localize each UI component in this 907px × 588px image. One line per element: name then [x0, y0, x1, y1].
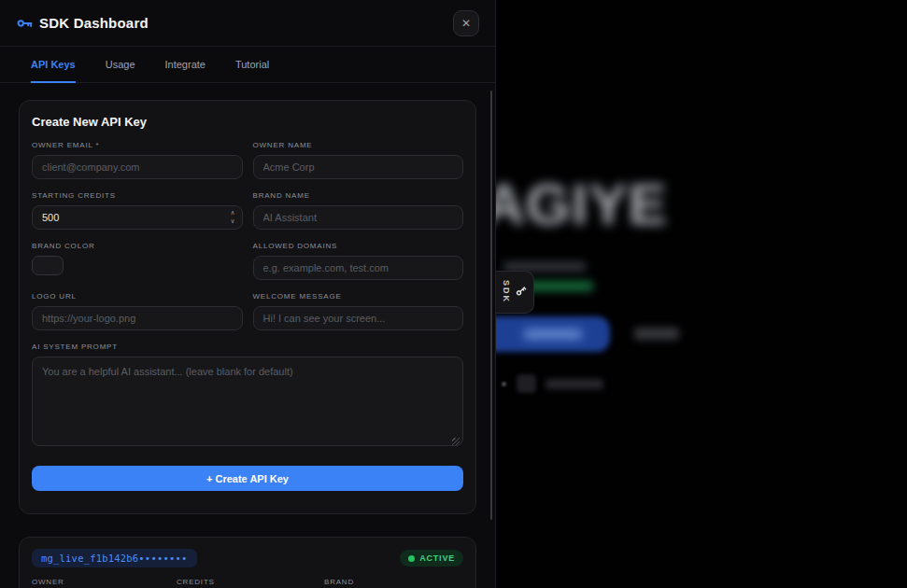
close-button[interactable]: ✕ — [453, 10, 479, 36]
welcome-message-label: WELCOME MESSAGE — [253, 292, 464, 301]
background-caption-blob — [546, 379, 603, 389]
background-primary-button — [496, 316, 610, 352]
brand-column-label: BRAND — [324, 578, 463, 586]
key-icon — [16, 15, 33, 32]
create-api-key-button[interactable]: + Create API Key — [32, 466, 463, 491]
brand-color-swatch[interactable] — [32, 256, 64, 275]
sdk-side-tab-label: SDK — [502, 280, 511, 303]
field-starting-credits: STARTING CREDITS ∧ ∨ — [32, 191, 243, 230]
background-small-icon-blob — [517, 374, 536, 393]
tab-usage[interactable]: Usage — [106, 47, 135, 83]
background-secondary-button-blob — [634, 328, 679, 340]
stepper-up-icon: ∧ — [230, 208, 234, 217]
credits-column-label: CREDITS — [177, 578, 324, 586]
status-badge: ACTIVE — [400, 550, 463, 567]
ai-system-prompt-textarea[interactable] — [32, 357, 463, 446]
allowed-domains-input[interactable] — [253, 256, 464, 280]
close-icon: ✕ — [461, 17, 471, 30]
tab-api-keys[interactable]: API Keys — [31, 47, 76, 83]
owner-column-label: OWNER — [32, 578, 177, 586]
field-owner-name: OWNER NAME — [253, 141, 464, 179]
screen: AGIYE SDK — [0, 0, 907, 588]
api-key-info-grid: OWNER dddjs CREDITS 498 / 500 BRAND dwd — [32, 578, 463, 588]
tab-bar: API Keys Usage Integrate Tutorial — [0, 47, 495, 83]
tab-tutorial[interactable]: Tutorial — [235, 47, 269, 83]
field-brand-color: BRAND COLOR — [32, 242, 243, 280]
resize-handle-icon[interactable] — [452, 438, 460, 445]
create-api-key-card: Create New API Key OWNER EMAIL * OWNER N… — [19, 100, 476, 514]
field-owner-email: OWNER EMAIL * — [32, 141, 243, 179]
owner-email-label: OWNER EMAIL * — [32, 141, 243, 149]
api-key-value[interactable]: mg_live_f1b142b6•••••••• — [32, 549, 197, 567]
modal-title: SDK Dashboard — [39, 15, 149, 31]
starting-credits-label: STARTING CREDITS — [32, 191, 243, 200]
api-key-card: mg_live_f1b142b6•••••••• ACTIVE OWNER dd… — [19, 537, 476, 588]
status-dot-icon — [408, 555, 415, 562]
welcome-message-input[interactable] — [253, 306, 464, 330]
owner-name-input[interactable] — [253, 155, 464, 179]
api-key-row: mg_live_f1b142b6•••••••• ACTIVE — [32, 549, 463, 567]
modal-header: SDK Dashboard ✕ — [0, 0, 495, 47]
sdk-dashboard-modal: SDK Dashboard ✕ API Keys Usage Integrate… — [0, 0, 496, 588]
field-logo-url: LOGO URL — [32, 292, 243, 330]
brand-name-label: BRAND NAME — [253, 191, 464, 200]
background-text-blob — [503, 262, 586, 271]
brand-color-label: BRAND COLOR — [32, 242, 243, 250]
key-icon — [512, 282, 532, 302]
background-heading: AGIYE — [496, 171, 668, 237]
credits-column: CREDITS 498 / 500 — [177, 578, 324, 588]
sdk-side-tab[interactable]: SDK — [496, 271, 534, 314]
field-welcome-message: WELCOME MESSAGE — [253, 292, 464, 330]
owner-email-input[interactable] — [32, 155, 243, 179]
background-button-label-blob — [524, 329, 582, 339]
starting-credits-input[interactable] — [32, 205, 243, 230]
tab-integrate[interactable]: Integrate — [165, 47, 205, 83]
allowed-domains-label: ALLOWED DOMAINS — [253, 242, 464, 250]
brand-column: BRAND dwd — [324, 578, 463, 588]
logo-url-input[interactable] — [32, 306, 243, 330]
modal-body: Create New API Key OWNER EMAIL * OWNER N… — [0, 83, 495, 588]
ai-system-prompt-label: AI SYSTEM PROMPT — [32, 343, 463, 351]
card-heading: Create New API Key — [32, 115, 463, 129]
form-grid: OWNER EMAIL * OWNER NAME STARTING CREDIT… — [32, 141, 463, 450]
background-page: AGIYE SDK — [496, 0, 907, 588]
field-brand-name: BRAND NAME — [253, 191, 464, 230]
brand-name-input[interactable] — [253, 205, 464, 230]
field-ai-system-prompt: AI SYSTEM PROMPT — [32, 343, 463, 450]
stepper-down-icon: ∨ — [230, 217, 234, 225]
owner-column: OWNER dddjs — [32, 578, 177, 588]
status-label: ACTIVE — [419, 553, 455, 563]
logo-url-label: LOGO URL — [32, 292, 243, 301]
number-stepper[interactable]: ∧ ∨ — [230, 208, 234, 225]
owner-name-label: OWNER NAME — [253, 141, 464, 149]
field-allowed-domains: ALLOWED DOMAINS — [253, 242, 464, 280]
background-bullet-dot — [502, 382, 506, 386]
scrollbar-thumb[interactable] — [490, 91, 492, 520]
